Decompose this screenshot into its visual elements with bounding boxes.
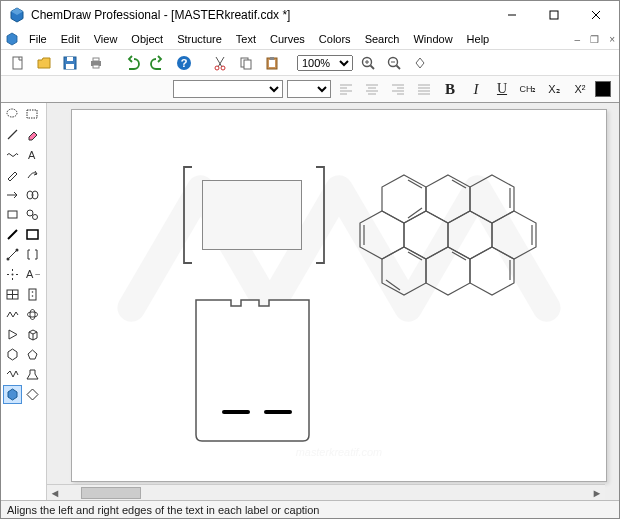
placeholder-rect xyxy=(202,180,302,250)
hexagon-tool[interactable] xyxy=(3,345,22,364)
zoom-fit-button[interactable] xyxy=(409,52,431,74)
shape-tool[interactable] xyxy=(3,205,22,224)
svg-rect-7 xyxy=(13,57,22,69)
atom-tool[interactable] xyxy=(23,305,42,324)
superscript-button[interactable]: X² xyxy=(569,79,591,99)
menu-object[interactable]: Object xyxy=(125,32,169,46)
scroll-thumb[interactable] xyxy=(81,487,141,499)
mdi-restore[interactable]: ❐ xyxy=(586,34,603,45)
cyclopentane-tool[interactable] xyxy=(23,345,42,364)
menu-view[interactable]: View xyxy=(88,32,124,46)
doc-icon xyxy=(5,32,19,46)
undo-button[interactable] xyxy=(121,52,143,74)
svg-text:?: ? xyxy=(181,57,188,69)
lasso-tool[interactable] xyxy=(3,105,22,124)
menu-curves[interactable]: Curves xyxy=(264,32,311,46)
scroll-right[interactable]: ► xyxy=(589,486,605,500)
query-tool[interactable] xyxy=(23,205,42,224)
eraser-tool[interactable] xyxy=(23,125,42,144)
svg-point-57 xyxy=(33,215,38,220)
menu-colors[interactable]: Colors xyxy=(313,32,357,46)
minimize-button[interactable] xyxy=(491,1,533,29)
align-right-button[interactable] xyxy=(387,79,409,99)
svg-marker-85 xyxy=(470,175,514,223)
chain-tool[interactable] xyxy=(3,305,22,324)
align-justify-button[interactable] xyxy=(413,79,435,99)
h-scrollbar[interactable]: ◄ ► xyxy=(47,484,605,500)
subscript-button[interactable]: X₂ xyxy=(543,79,565,99)
svg-rect-72 xyxy=(29,289,36,300)
bold-button[interactable]: B xyxy=(439,79,461,99)
menu-edit[interactable]: Edit xyxy=(55,32,86,46)
cube-tool[interactable] xyxy=(23,325,42,344)
zoom-in-button[interactable] xyxy=(357,52,379,74)
new-button[interactable] xyxy=(7,52,29,74)
align-center-button[interactable] xyxy=(361,79,383,99)
reaction-tool[interactable]: A→A xyxy=(23,265,42,284)
cut-button[interactable] xyxy=(209,52,231,74)
solid-bond-tool[interactable] xyxy=(3,225,22,244)
zoom-out-button[interactable] xyxy=(383,52,405,74)
text-tool[interactable]: A xyxy=(23,145,42,164)
maximize-button[interactable] xyxy=(533,1,575,29)
menu-structure[interactable]: Structure xyxy=(171,32,228,46)
svg-point-75 xyxy=(28,312,38,317)
format-toolbar: B I U CH₂ X₂ X² xyxy=(1,75,619,103)
template-tool[interactable] xyxy=(23,385,42,404)
tlc-tool[interactable] xyxy=(23,285,42,304)
orbital-tool[interactable] xyxy=(23,185,42,204)
svg-marker-92 xyxy=(470,247,514,295)
open-button[interactable] xyxy=(33,52,55,74)
mdi-close[interactable]: × xyxy=(605,34,619,45)
bond-tool[interactable] xyxy=(3,125,22,144)
italic-button[interactable]: I xyxy=(465,79,487,99)
svg-rect-9 xyxy=(67,57,73,61)
close-button[interactable] xyxy=(575,1,617,29)
workspace: A A→A masterkreatif.com xyxy=(1,103,619,500)
svg-rect-59 xyxy=(27,230,38,239)
font-select[interactable] xyxy=(173,80,283,98)
svg-marker-81 xyxy=(27,389,38,400)
menu-window[interactable]: Window xyxy=(407,32,458,46)
copy-button[interactable] xyxy=(235,52,257,74)
pen-tool[interactable] xyxy=(3,165,22,184)
app-icon xyxy=(9,7,25,23)
arrow-curve-tool[interactable] xyxy=(23,165,42,184)
glassware-tool[interactable] xyxy=(23,365,42,384)
zigzag-tool[interactable] xyxy=(3,365,22,384)
svg-point-18 xyxy=(215,66,219,70)
menu-text[interactable]: Text xyxy=(230,32,262,46)
size-select[interactable] xyxy=(287,80,331,98)
scroll-left[interactable]: ◄ xyxy=(47,486,63,500)
menu-help[interactable]: Help xyxy=(461,32,496,46)
multiattach-tool[interactable] xyxy=(3,245,22,264)
chemsymbol-tool[interactable] xyxy=(3,265,22,284)
canvas-area: masterkreatif.com xyxy=(47,103,619,500)
mdi-minimize[interactable]: – xyxy=(571,34,585,45)
canvas[interactable]: masterkreatif.com xyxy=(71,109,607,482)
menu-search[interactable]: Search xyxy=(359,32,406,46)
paste-button[interactable] xyxy=(261,52,283,74)
svg-point-56 xyxy=(27,210,33,216)
svg-line-58 xyxy=(8,230,17,239)
help-button[interactable]: ? xyxy=(173,52,195,74)
arrow-tool[interactable] xyxy=(3,185,22,204)
zoom-select[interactable]: 100% xyxy=(297,55,353,71)
benzene-tool[interactable] xyxy=(3,385,22,404)
svg-rect-23 xyxy=(269,60,275,67)
save-button[interactable] xyxy=(59,52,81,74)
menu-file[interactable]: File xyxy=(23,32,53,46)
print-button[interactable] xyxy=(85,52,107,74)
hatch-tool[interactable] xyxy=(23,225,42,244)
align-left-button[interactable] xyxy=(335,79,357,99)
wavy-bond-tool[interactable] xyxy=(3,145,22,164)
svg-marker-87 xyxy=(404,211,448,259)
underline-button[interactable]: U xyxy=(491,79,513,99)
table-tool[interactable] xyxy=(3,285,22,304)
marquee-tool[interactable] xyxy=(23,105,42,124)
color-swatch[interactable] xyxy=(595,81,611,97)
bracket-tool[interactable] xyxy=(23,245,42,264)
formula-button[interactable]: CH₂ xyxy=(517,79,539,99)
play-tool[interactable] xyxy=(3,325,22,344)
redo-button[interactable] xyxy=(147,52,169,74)
